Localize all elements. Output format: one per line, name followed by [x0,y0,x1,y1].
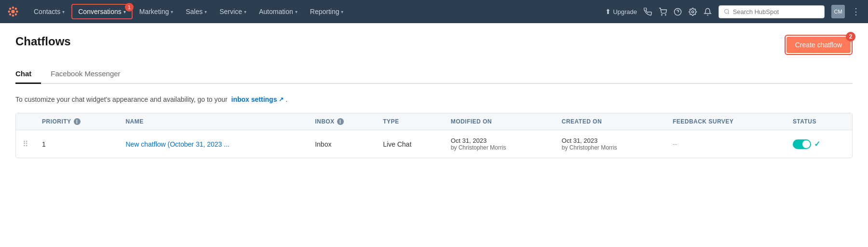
more-options-icon[interactable]: ⋮ [852,6,860,17]
chatflows-table: PRIORITY i NAME INBOX i [15,113,853,158]
settings-icon[interactable] [689,8,697,16]
search-box[interactable] [719,5,825,18]
cart-icon[interactable] [659,8,667,16]
svg-point-10 [665,14,665,15]
th-status: STATUS [786,113,852,130]
th-modified-on: MODIFIED ON [444,113,555,130]
th-created-on: CREATED ON [555,113,666,130]
nav-item-contacts[interactable]: Contacts ▾ [28,5,70,18]
name-cell[interactable]: New chatflow (October 31, 2023 ... [119,130,308,158]
priority-info-icon[interactable]: i [74,118,81,125]
page-title: Chatflows [15,35,71,48]
table-header-row: PRIORITY i NAME INBOX i [16,113,852,130]
top-navigation: Contacts ▾ Conversations ▾ 1 Marketing ▾… [0,0,868,23]
tab-facebook-messenger[interactable]: Facebook Messenger [51,65,130,84]
chevron-down-icon: ▾ [341,9,343,14]
phone-icon[interactable] [644,8,652,16]
tab-bar: Chat Facebook Messenger [15,65,853,84]
th-drag [16,113,35,130]
chevron-down-icon: ▾ [295,9,298,14]
drag-handle-cell: ⠿ [16,130,35,158]
check-icon: ✓ [814,139,820,149]
page-content: Chatflows Create chatflow 2 Chat Faceboo… [0,23,868,247]
svg-point-0 [11,10,14,13]
create-button-wrapper: Create chatflow 2 [785,35,853,55]
svg-point-1 [12,6,14,9]
info-text: To customize your chat widget's appearan… [15,96,853,103]
nav-item-sales[interactable]: Sales ▾ [180,5,213,18]
nav-menu: Contacts ▾ Conversations ▾ 1 Marketing ▾… [28,4,349,19]
inbox-info-icon[interactable]: i [337,118,344,125]
nav-right: ⬆ Upgrade [605,5,860,18]
upgrade-button[interactable]: ⬆ Upgrade [605,8,637,15]
th-name: NAME [119,113,308,130]
type-cell: Live Chat [376,130,444,158]
nav-item-conversations[interactable]: Conversations ▾ 1 [71,4,133,19]
status-cell: ✓ [786,130,852,158]
svg-point-3 [8,11,10,13]
svg-point-6 [15,14,17,16]
external-link-icon: ↗ [279,96,284,103]
nav-badge-conversations: 1 [125,3,134,12]
drag-handle-icon[interactable]: ⠿ [23,140,28,148]
th-feedback-survey: FEEDBACK SURVEY [666,113,786,130]
priority-cell: 1 [35,130,119,158]
page-header: Chatflows Create chatflow 2 [15,35,853,55]
feedback-survey-cell: -- [666,130,786,158]
svg-point-14 [725,9,729,13]
chevron-down-icon: ▾ [204,9,207,14]
svg-point-9 [662,14,662,15]
tab-chat[interactable]: Chat [15,65,41,84]
search-input[interactable] [733,8,819,15]
nav-item-marketing[interactable]: Marketing ▾ [134,5,179,18]
inbox-settings-link[interactable]: inbox settings ↗ [231,96,284,103]
nav-item-service[interactable]: Service ▾ [214,5,252,18]
th-priority: PRIORITY i [35,113,119,130]
svg-point-4 [16,11,18,13]
svg-point-13 [692,11,693,13]
avatar[interactable]: CM [831,5,845,18]
nav-left: Contacts ▾ Conversations ▾ 1 Marketing ▾… [8,4,349,19]
svg-point-5 [9,8,12,10]
svg-line-15 [728,13,729,14]
svg-point-7 [15,8,17,10]
nav-item-reporting[interactable]: Reporting ▾ [304,5,350,18]
status-toggle[interactable] [793,139,811,149]
inbox-cell: Inbox [308,130,376,158]
help-icon[interactable] [674,8,682,16]
th-type: TYPE [376,113,444,130]
toggle-knob [802,140,810,148]
status-toggle-wrapper: ✓ [793,139,845,149]
table-row: ⠿ 1 New chatflow (October 31, 2023 ... I… [16,130,852,158]
bell-icon[interactable] [704,8,712,16]
chevron-down-icon: ▾ [171,9,173,14]
svg-point-8 [9,14,12,16]
search-icon [724,8,730,15]
th-inbox: INBOX i [308,113,376,130]
created-on-cell: Oct 31, 2023 by Christopher Morris [555,130,666,158]
upgrade-icon: ⬆ [605,8,611,15]
svg-point-2 [12,14,14,17]
create-button-badge: 2 [846,32,855,41]
chevron-down-icon: ▾ [62,9,65,14]
nav-item-automation[interactable]: Automation ▾ [253,5,303,18]
modified-on-cell: Oct 31, 2023 by Christopher Morris [444,130,555,158]
chevron-down-icon: ▾ [244,9,246,14]
create-chatflow-button[interactable]: Create chatflow [787,37,851,53]
hubspot-logo[interactable] [8,6,18,17]
